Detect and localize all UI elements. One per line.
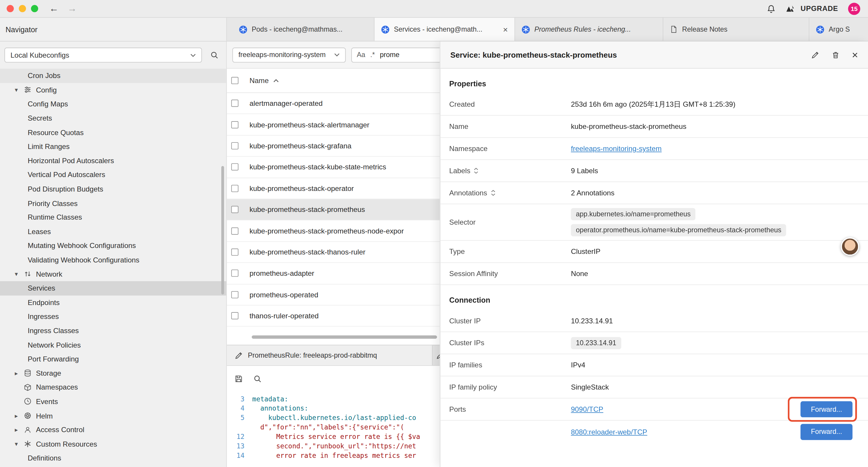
table-row-kube-prometheus-stack-thanos-ruler[interactable]: kube-prometheus-stack-thanos-ruler [227, 242, 440, 263]
upgrade-button[interactable]: UPGRADE [785, 4, 838, 13]
edit-icon[interactable] [811, 51, 819, 59]
yaml-editor[interactable]: 3metadata:4 annotations:5 kubectl.kubern… [227, 391, 440, 467]
sidebar-item-secrets[interactable]: Secrets [0, 111, 226, 125]
chevron-right-icon[interactable]: ▸ [13, 412, 20, 419]
close-icon[interactable]: × [852, 50, 858, 60]
chevron-right-icon[interactable]: ▸ [13, 426, 20, 433]
row-checkbox[interactable] [231, 227, 239, 234]
notification-count-badge[interactable]: 15 [848, 2, 860, 14]
back-icon[interactable]: ← [49, 4, 59, 13]
sidebar-item-ingress-classes[interactable]: Ingress Classes [0, 324, 226, 338]
table-row-kube-prometheus-stack-prometheus-node-expor[interactable]: kube-prometheus-stack-prometheus-node-ex… [227, 221, 440, 242]
table-row-alertmanager-operated[interactable]: alertmanager-operated [227, 93, 440, 114]
navigator-label: Navigator [6, 25, 37, 33]
dock-tab-prometheusrule[interactable]: PrometheusRule: freeleaps-prod-rabbitmq [227, 345, 433, 365]
row-checkbox[interactable] [231, 164, 239, 171]
table-row-kube-prometheus-stack-prometheus[interactable]: kube-prometheus-stack-prometheus [227, 199, 440, 221]
table-row-kube-prometheus-stack-operator[interactable]: kube-prometheus-stack-operator [227, 178, 440, 199]
sidebar-item-endpoints[interactable]: Endpoints [0, 295, 226, 310]
sidebar-item-runtime-classes[interactable]: Runtime Classes [0, 210, 226, 224]
match-case-toggle[interactable]: Aa [357, 51, 366, 59]
sidebar-item-ingresses[interactable]: Ingresses [0, 310, 226, 324]
notifications-bell-icon[interactable] [767, 4, 776, 13]
tab-pods-icecheng-mathmas[interactable]: Pods - icecheng@mathmas... [232, 18, 374, 41]
row-checkbox[interactable] [231, 185, 239, 192]
kubeconfig-select[interactable]: Local Kubeconfigs [4, 48, 202, 63]
sidebar-item-network[interactable]: ▾Network [0, 267, 226, 281]
row-checkbox[interactable] [231, 291, 239, 298]
port-link[interactable]: 9090/TCP [571, 405, 603, 413]
name-column-header[interactable]: Name [249, 76, 279, 85]
close-window-button[interactable] [6, 5, 13, 12]
sidebar-item-limit-ranges[interactable]: Limit Ranges [0, 140, 226, 154]
sidebar-item-access-control[interactable]: ▸Access Control [0, 423, 226, 437]
table-row-prometheus-operated[interactable]: prometheus-operated [227, 284, 440, 305]
sidebar-scrollbar[interactable] [221, 166, 224, 294]
table-row-kube-prometheus-stack-alertmanager[interactable]: kube-prometheus-stack-alertmanager [227, 114, 440, 135]
row-checkbox[interactable] [231, 206, 239, 213]
sidebar-item-label: Cron Jobs [28, 71, 61, 80]
sidebar-item-resource-quotas[interactable]: Resource Quotas [0, 125, 226, 140]
tab-close-icon[interactable]: × [501, 25, 508, 33]
horizontal-scrollbar[interactable] [252, 335, 437, 339]
row-checkbox[interactable] [231, 99, 239, 107]
sidebar-item-leases[interactable]: Leases [0, 224, 226, 238]
sidebar-item-services[interactable]: Services [0, 281, 226, 295]
table-row-thanos-ruler-operated[interactable]: thanos-ruler-operated [227, 305, 440, 327]
forward-icon[interactable]: → [67, 4, 77, 13]
row-checkbox[interactable] [231, 121, 239, 128]
sidebar-item-pod-disruption-budgets[interactable]: Pod Disruption Budgets [0, 182, 226, 196]
editor-search-icon[interactable] [253, 375, 262, 383]
row-checkbox[interactable] [231, 249, 239, 256]
tab-prometheus-rules-icecheng[interactable]: Prometheus Rules - icecheng... [515, 18, 663, 41]
sidebar-item-network-policies[interactable]: Network Policies [0, 338, 226, 352]
chevron-down-icon[interactable]: ▾ [13, 86, 20, 93]
row-checkbox[interactable] [231, 269, 239, 276]
tab-release-notes[interactable]: Release Notes [663, 18, 809, 41]
regex-toggle[interactable]: .* [370, 51, 375, 59]
table-row-kube-prometheus-stack-kube-state-metrics[interactable]: kube-prometheus-stack-kube-state-metrics [227, 157, 440, 178]
row-checkbox[interactable] [231, 142, 239, 149]
forward-button[interactable]: Forward... [801, 424, 852, 439]
sidebar-item-vertical-pod-autoscalers[interactable]: Vertical Pod Autoscalers [0, 168, 226, 182]
forward-button[interactable]: Forward... [801, 401, 852, 417]
sidebar-item-mutating-webhook-configurations[interactable]: Mutating Webhook Configurations [0, 238, 226, 253]
namespace-link[interactable]: freeleaps-monitoring-system [571, 145, 661, 153]
sidebar-item-custom-resources[interactable]: ▾Custom Resources [0, 437, 226, 451]
tab-argo-s[interactable]: Argo S [809, 18, 868, 41]
minimize-window-button[interactable] [19, 5, 26, 12]
sidebar-item-events[interactable]: Events [0, 394, 226, 408]
sidebar-item-config-maps[interactable]: Config Maps [0, 97, 226, 111]
avatar[interactable] [841, 237, 859, 256]
sidebar-item-config[interactable]: ▾Config [0, 83, 226, 97]
sidebar-item-helm[interactable]: ▸Helm [0, 408, 226, 423]
port-link[interactable]: 8080:reloader-web/TCP [571, 428, 647, 436]
namespace-select[interactable]: freeleaps-monitoring-system [232, 47, 346, 62]
maximize-window-button[interactable] [31, 5, 38, 12]
table-row-kube-prometheus-stack-grafana[interactable]: kube-prometheus-stack-grafana [227, 135, 440, 157]
sidebar-item-namespaces[interactable]: Namespaces [0, 380, 226, 395]
row-checkbox[interactable] [231, 312, 239, 319]
sidebar-item-definitions[interactable]: Definitions [0, 451, 226, 465]
delete-icon[interactable] [831, 51, 840, 59]
sidebar-search-icon[interactable] [206, 51, 222, 59]
sidebar-item-storage[interactable]: ▸Storage [0, 366, 226, 380]
filter-input[interactable]: Aa .* prome [351, 47, 440, 62]
table-row-prometheus-adapter[interactable]: prometheus-adapter [227, 263, 440, 284]
sidebar-item-port-forwarding[interactable]: Port Forwarding [0, 352, 226, 366]
dock-tab-partial[interactable] [433, 345, 440, 365]
save-icon[interactable] [235, 375, 243, 383]
sidebar-item-horizontal-pod-autoscalers[interactable]: Horizontal Pod Autoscalers [0, 154, 226, 168]
sidebar-item-label: Events [36, 397, 58, 406]
tab-services-icecheng-math[interactable]: Services - icecheng@math...× [375, 18, 515, 41]
select-all-checkbox[interactable] [231, 77, 239, 84]
chevron-down-icon[interactable]: ▾ [13, 440, 20, 447]
sidebar-item-label: Config [36, 86, 57, 94]
detail-label-text: IP families [449, 361, 482, 369]
line-number: 5 [227, 413, 252, 423]
chevron-right-icon[interactable]: ▸ [13, 370, 20, 377]
chevron-down-icon[interactable]: ▾ [13, 270, 20, 278]
sidebar-item-cron-jobs[interactable]: Cron Jobs [0, 68, 226, 83]
sidebar-item-priority-classes[interactable]: Priority Classes [0, 196, 226, 210]
sidebar-item-validating-webhook-configurations[interactable]: Validating Webhook Configurations [0, 253, 226, 267]
